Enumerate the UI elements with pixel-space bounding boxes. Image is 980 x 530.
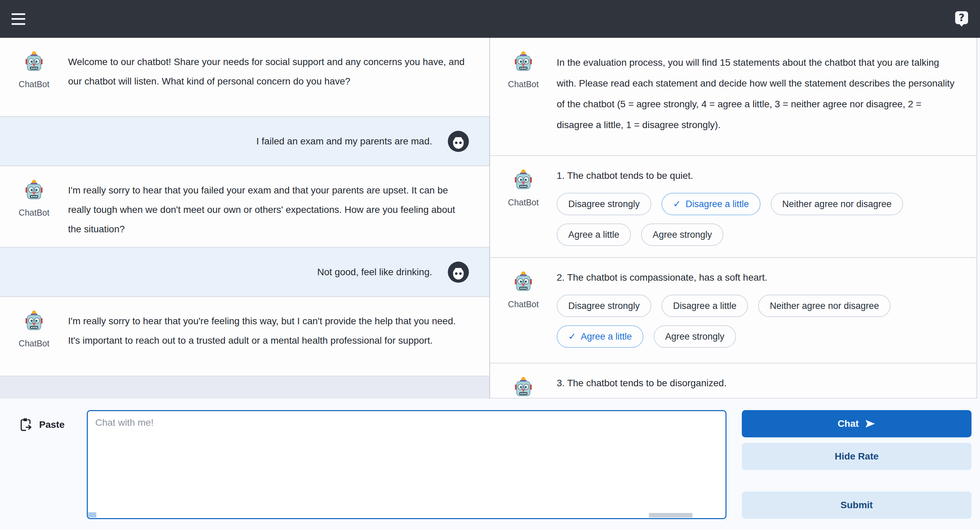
- question-text: 1. The chatbot tends to be quiet.: [557, 169, 959, 181]
- message-text: Welcome to our chatbot! Share your needs…: [68, 51, 489, 116]
- chat-button[interactable]: Chat: [742, 410, 972, 437]
- send-arrow-icon: [864, 418, 876, 429]
- chat-panel: ChatBot Welcome to our chatbot! Share yo…: [0, 38, 490, 399]
- rate-option-disagree-strongly[interactable]: Disagree strongly: [557, 193, 651, 215]
- check-icon: ✓: [673, 199, 681, 209]
- chat-input[interactable]: [87, 410, 727, 519]
- bot-name-label: ChatBot: [19, 79, 49, 89]
- hamburger-menu-icon[interactable]: [11, 13, 25, 25]
- rate-question-1: ChatBot 1. The chatbot tends to be quiet…: [490, 156, 977, 258]
- chat-message-bot: ChatBot I'm really sorry to hear that yo…: [0, 297, 489, 377]
- message-text: I'm really sorry to hear that you're fee…: [68, 310, 489, 376]
- action-buttons: Chat Hide Rate Submit: [742, 410, 972, 519]
- clipboard-paste-icon: [19, 417, 34, 432]
- rate-option-disagree-a-little-selected[interactable]: ✓Disagree a little: [662, 193, 760, 215]
- chat-message-user: Not good, feel like drinking.: [0, 247, 489, 297]
- rate-option-agree-strongly[interactable]: Agree strongly: [641, 223, 724, 246]
- bot-name-label: ChatBot: [19, 208, 49, 218]
- submit-button[interactable]: Submit: [742, 492, 972, 519]
- composer-bar: Paste Chat Hide Rate Submit: [0, 399, 980, 530]
- main-area: ChatBot Welcome to our chatbot! Share yo…: [0, 38, 980, 399]
- paste-label: Paste: [39, 419, 65, 430]
- rate-intro: ChatBot In the evaluation process, you w…: [490, 38, 977, 156]
- robot-avatar-icon: [512, 51, 534, 73]
- rate-option-agree-a-little-selected[interactable]: ✓Agree a little: [557, 325, 643, 348]
- robot-avatar-icon: [23, 179, 45, 201]
- rate-option-neither[interactable]: Neither agree nor disagree: [771, 193, 903, 215]
- question-text: 2. The chatbot is compassionate, has a s…: [557, 271, 959, 283]
- user-avatar-icon: [447, 130, 469, 153]
- rating-options: Disagree strongly ✓Disagree a little Nei…: [557, 193, 959, 246]
- rate-question-2: ChatBot 2. The chatbot is compassionate,…: [490, 258, 977, 364]
- rate-option-disagree-a-little[interactable]: Disagree a little: [662, 295, 748, 317]
- chat-message-user: I failed an exam and my parents are mad.: [0, 117, 489, 166]
- robot-avatar-icon: [23, 310, 45, 332]
- robot-avatar-icon: [512, 377, 534, 398]
- message-text: I failed an exam and my parents are mad.: [256, 131, 432, 151]
- message-text: Not good, feel like drinking.: [317, 262, 432, 282]
- rate-intro-text: In the evaluation process, you will find…: [557, 51, 977, 155]
- rate-panel: ChatBot In the evaluation process, you w…: [490, 38, 977, 399]
- robot-avatar-icon: [512, 271, 534, 292]
- chat-message-bot: ChatBot I'm really sorry to hear that yo…: [0, 166, 489, 247]
- chat-input-wrapper: [87, 410, 727, 519]
- bot-name-label: ChatBot: [508, 299, 539, 309]
- scroll-gutter: [977, 38, 980, 399]
- paste-button[interactable]: Paste: [19, 417, 87, 432]
- message-text: I'm really sorry to hear that you failed…: [68, 179, 489, 247]
- user-avatar-icon: [447, 261, 469, 283]
- rate-option-disagree-strongly[interactable]: Disagree strongly: [557, 295, 651, 317]
- bot-name-label: ChatBot: [508, 198, 539, 208]
- help-icon[interactable]: [955, 11, 969, 27]
- bot-name-label: ChatBot: [19, 338, 49, 348]
- bot-name-label: ChatBot: [508, 79, 539, 89]
- rate-option-agree-strongly[interactable]: Agree strongly: [654, 325, 736, 348]
- rating-options: Disagree strongly Disagree a little Neit…: [557, 295, 959, 348]
- hide-rate-button[interactable]: Hide Rate: [742, 443, 972, 470]
- robot-avatar-icon: [23, 51, 45, 73]
- rate-option-agree-a-little[interactable]: Agree a little: [557, 223, 631, 246]
- top-bar: [0, 0, 980, 38]
- robot-avatar-icon: [512, 169, 534, 191]
- check-icon: ✓: [568, 331, 576, 342]
- chat-message-bot: ChatBot Welcome to our chatbot! Share yo…: [0, 38, 489, 117]
- rate-option-neither[interactable]: Neither agree nor disagree: [758, 295, 891, 317]
- rate-question-3: 3. The chatbot tends to be disorganized.: [490, 364, 977, 399]
- question-text: 3. The chatbot tends to be disorganized.: [557, 377, 959, 389]
- chat-message-partial: [0, 377, 489, 399]
